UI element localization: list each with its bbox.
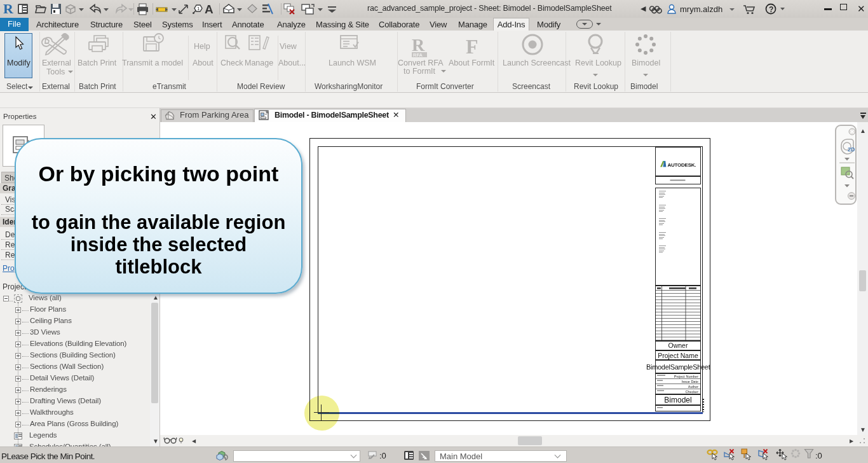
svg-text:?: ? bbox=[769, 5, 773, 14]
svg-text:R: R bbox=[3, 1, 14, 17]
svg-text:F: F bbox=[466, 35, 478, 58]
svg-text:1: 1 bbox=[197, 6, 200, 11]
svg-text:AUTODESK.: AUTODESK. bbox=[668, 162, 696, 168]
svg-text:A: A bbox=[205, 3, 214, 16]
svg-text:2D: 2D bbox=[848, 146, 855, 153]
svg-text:RFA: RFA bbox=[413, 52, 423, 58]
